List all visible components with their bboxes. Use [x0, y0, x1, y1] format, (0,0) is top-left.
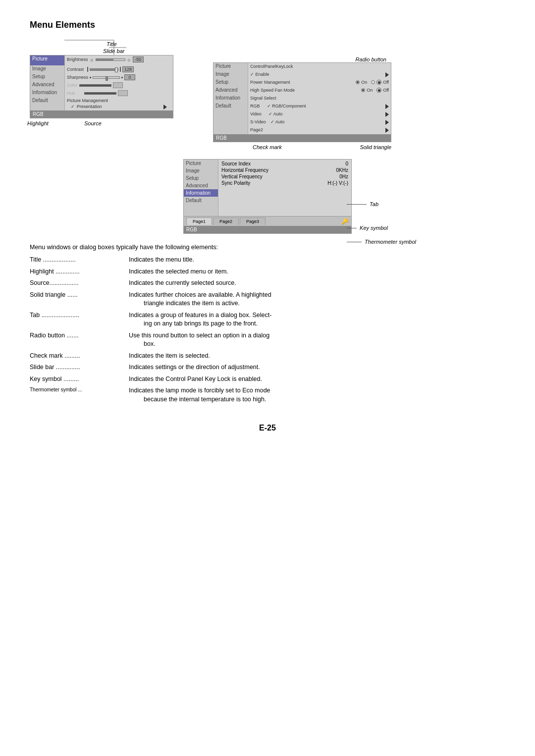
right-picture-content: ControlPanelKeyLock [248, 63, 391, 71]
svideo-triangle [385, 119, 389, 125]
desc-row-radio: Radio button ....... Use this round butt… [30, 331, 505, 349]
highlight-label: Highlight [27, 120, 49, 126]
right-row-svideo: S-Video ✓ Auto [214, 118, 391, 126]
bottom-source-bar: RGB [184, 226, 351, 233]
fan-on-label: On [367, 88, 373, 93]
rgb-check: ✓ RGB/Component [267, 104, 306, 108]
right-row-advanced: Advanced High Speed Fan Mode On Off [214, 87, 391, 95]
keysym-annotation-row: Key symbol [347, 225, 416, 231]
term-title: Title ................... [30, 256, 129, 265]
checkmark-icon: ✓ [71, 104, 75, 109]
hue-value-box [118, 90, 128, 96]
description-intro: Menu windows or dialog boxes typically h… [30, 244, 505, 251]
hue-slider [84, 92, 116, 95]
desc-row-highlight: Highlight .............. Indicates the s… [30, 268, 505, 276]
term-keysym: Key symbol ......... [30, 375, 129, 384]
color-label: Color [67, 83, 78, 88]
rgb-triangle [385, 104, 389, 109]
right-annotations: Tab Key symbol Thermometer symbol [347, 201, 416, 245]
def-source: Indicates the currently selected source. [129, 279, 505, 288]
term-thermo: Thermometer symbol ... [30, 386, 129, 404]
def-title: Indicates the menu title. [129, 256, 505, 265]
bottom-item-information-highlighted: Information [184, 189, 218, 197]
fan-radio-group: On Off [361, 88, 389, 93]
sharpness-value: 0 [124, 74, 135, 80]
right-page2-content: Page2 [248, 126, 391, 134]
def-solid-tri: Indicates further choices are available.… [129, 291, 505, 308]
right-information-content: Signal Select [248, 95, 391, 103]
right-row-setup: Setup Power Management On Off [214, 79, 391, 87]
sharpness-label: Sharpness [67, 75, 88, 80]
bottom-content-area: Source Index 0 Horizontal Frequency 0KHz… [218, 160, 351, 216]
radio-off-dot [378, 81, 380, 84]
menu-item-image: Image [30, 65, 65, 73]
video-triangle [385, 111, 389, 117]
radio-off-empty [371, 80, 375, 84]
page2-label: Page2 [250, 127, 263, 132]
fan-radio-on-filled [361, 88, 365, 92]
desc-row-tab: Tab ...................... Indicates a g… [30, 311, 505, 328]
tab-page3[interactable]: Page3 [240, 217, 266, 225]
left-diagram-wrapper: Title Slide bar Picture Brightness ☼ ☼ [30, 55, 173, 154]
vert-freq-label: Vertical Frequency [221, 174, 334, 179]
advanced-content: Color [65, 81, 173, 89]
color-slider [79, 84, 111, 87]
tab-annotation-row: Tab [347, 201, 416, 207]
right-advanced-content: High Speed Fan Mode On Off [248, 87, 391, 95]
desc-row-solid-tri: Solid triangle ...... Indicates further … [30, 291, 505, 308]
tab-page2[interactable]: Page2 [213, 217, 239, 225]
bottom-row-sync: Sync Polarity H:(-) V:(-) [219, 180, 350, 186]
contrast-slider [90, 68, 118, 71]
def-thermo-line2: because the internal temperature is too … [129, 396, 266, 403]
contrast-slider-right [120, 67, 121, 72]
checkmark-label: Check mark [253, 144, 282, 150]
right-svideo-content: S-Video ✓ Auto [248, 118, 391, 126]
menu-row-advanced: Advanced Color [30, 81, 173, 89]
sync-polarity-label: Sync Polarity [221, 180, 322, 186]
desc-row-title: Title ................... Indicates the … [30, 256, 505, 265]
information-content: Hue [65, 89, 173, 97]
bottom-spacer [184, 204, 218, 216]
hue-label: Hue [67, 91, 75, 96]
bottom-diagram-wrapper: Picture Image Setup Advanced Information… [183, 159, 352, 234]
video-triangle-icon [385, 112, 389, 117]
right-diagram-wrapper: Radio button Picture ControlPanelKeyLock… [213, 62, 391, 154]
bottom-diagram-section: Picture Image Setup Advanced Information… [30, 159, 505, 234]
power-radio-group: On Off [356, 80, 389, 85]
color-value-box [113, 82, 123, 88]
term-radio: Radio button ....... [30, 331, 129, 349]
def-solid-tri-line1: Indicates further choices are available.… [129, 291, 271, 298]
horiz-freq-label: Horizontal Frequency [221, 167, 331, 173]
menu-row-setup: Setup Sharpness 0 [30, 73, 173, 81]
term-solid-tri: Solid triangle ...... [30, 291, 129, 308]
desc-row-source: Source................. Indicates the cu… [30, 279, 505, 288]
svideo-check: ✓ Auto [270, 119, 285, 124]
image-content: Contrast 128 [65, 65, 173, 73]
menu-item-advanced: Advanced [30, 81, 65, 89]
fan-radio-off-dot [378, 89, 380, 92]
video-label: Video [250, 111, 262, 116]
source-bar: RGB [30, 110, 173, 118]
bottom-row-source-index: Source Index 0 [219, 161, 350, 167]
def-tab: Indicates a group of features in a dialo… [129, 311, 505, 328]
sharp-left [90, 77, 91, 78]
right-menu-item-advanced: Advanced [214, 87, 248, 95]
fan-off-label: Off [383, 88, 389, 93]
bottom-item-image: Image [184, 167, 218, 174]
bottom-menu-main: Picture Image Setup Advanced Information… [184, 160, 351, 216]
tab-page1[interactable]: Page1 [186, 217, 212, 225]
menu-item-default: Default [30, 97, 65, 110]
keysym-annotation-line [347, 228, 357, 228]
bottom-row-vert-freq: Vertical Frequency 0Hz [219, 173, 350, 180]
video-check: ✓ Auto [268, 111, 283, 116]
bottom-item-default: Default [184, 197, 218, 204]
contrast-thumb [115, 67, 118, 72]
right-default-rgb: RGB ✓ RGB/Component [248, 103, 391, 110]
radio-off-outline [376, 80, 381, 85]
term-checkmark: Check mark ......... [30, 352, 129, 361]
page-title: Menu Elements [30, 20, 505, 30]
right-menu-item-picture: Picture [214, 63, 248, 71]
def-radio-line1: Use this round button to select an optio… [129, 332, 269, 339]
right-menu-item-empty1 [214, 110, 248, 118]
left-menu-box: Picture Brightness ☼ ☼ -50 Image Contras… [30, 55, 173, 118]
